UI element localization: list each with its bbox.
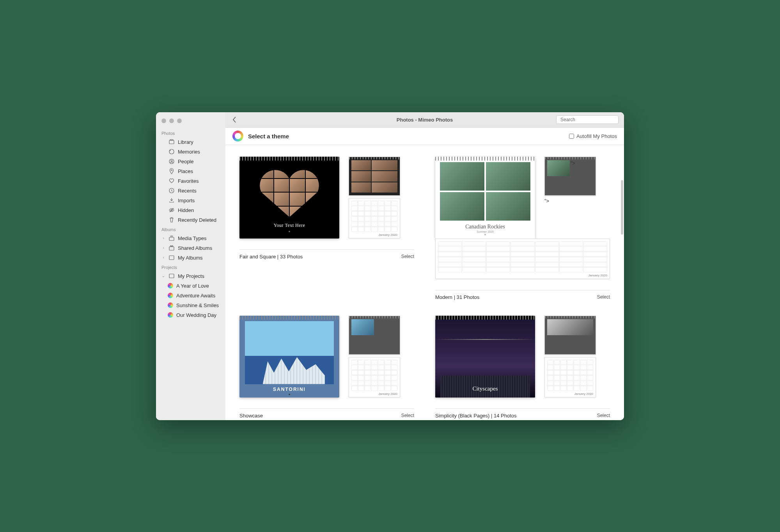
sidebar-item-label: Favorites <box>178 178 199 184</box>
sidebar-project-item[interactable]: Sunshine & Smiles <box>156 300 225 310</box>
sidebar-item-label: Hidden <box>178 207 194 213</box>
preview-month-label: January 2020 <box>589 274 607 277</box>
pin-icon <box>168 168 175 174</box>
app-window: Photos·Library·Memories·People·Places·Fa… <box>156 112 624 420</box>
sidebar-item[interactable]: ·Imports <box>156 196 225 205</box>
svg-rect-1 <box>170 140 173 140</box>
theme-grid: Your Text Here January 2020 Fair and Squ… <box>239 157 610 419</box>
download-tray-icon <box>168 197 175 203</box>
sidebar-item-label: A Year of Love <box>176 283 209 289</box>
sidebar-item[interactable]: ›Media Types <box>156 233 225 243</box>
sidebar-item[interactable]: ›Shared Albums <box>156 243 225 253</box>
theme-cover[interactable]: Canadian Rockies Summer 2020 <box>435 157 535 239</box>
page-dots <box>289 394 290 395</box>
zoom-window-button[interactable] <box>177 118 182 123</box>
svg-rect-0 <box>169 140 174 144</box>
theme-preview-calendar[interactable]: January 2020 <box>544 316 596 398</box>
sidebar-section-title: Photos <box>156 129 225 137</box>
preview-month-label: January 2020 <box>574 392 593 396</box>
calendar-grid-page: January 2020 <box>349 198 400 239</box>
theme-card: Canadian Rockies Summer 2020 ">">"> Janu… <box>435 157 610 300</box>
preview-month-label: January 2020 <box>379 233 397 237</box>
mimeo-logo-icon <box>232 131 243 141</box>
sidebar-item[interactable]: ·People <box>156 157 225 166</box>
page-dots <box>484 234 486 235</box>
calendar-photo-page <box>349 316 400 355</box>
theme-name: Fair and Square | 33 Photos <box>239 254 303 260</box>
theme-name: Simplicity (Black Pages) | 14 Photos <box>435 413 517 419</box>
calendar-grid-page: January 2020 <box>544 357 596 398</box>
trash-icon <box>168 217 175 223</box>
chevron-down-icon[interactable]: ⌄ <box>161 274 165 278</box>
sidebar-project-item[interactable]: Adventure Awaits <box>156 291 225 300</box>
sidebar-item-label: Library <box>178 139 193 145</box>
cover-caption: Your Text Here <box>274 223 305 228</box>
page-dots <box>289 231 290 232</box>
chevron-left-icon <box>232 117 236 123</box>
theme-card: Cityscapes January 2020 Simplicity (Blac… <box>435 316 610 419</box>
spiral-binding-icon <box>545 157 596 159</box>
sidebar-project-item[interactable]: Our Wedding Day <box>156 310 225 320</box>
sidebar-item-label: Recently Deleted <box>178 217 216 223</box>
autofill-checkbox[interactable] <box>569 134 574 139</box>
close-window-button[interactable] <box>161 118 166 123</box>
sidebar-project-item[interactable]: A Year of Love <box>156 281 225 291</box>
person-circle-icon <box>168 158 175 164</box>
sidebar-item-label: Recents <box>178 188 197 194</box>
spiral-binding-icon <box>545 316 596 318</box>
theme-preview-calendar[interactable]: ">">"> <box>544 157 596 204</box>
sidebar-item[interactable]: ·Hidden <box>156 205 225 215</box>
stack-icon <box>168 235 175 241</box>
chevron-right-icon[interactable]: › <box>161 236 165 240</box>
search-field[interactable] <box>556 115 619 124</box>
select-button[interactable]: Select <box>597 413 610 418</box>
sidebar-item[interactable]: ·Recents <box>156 186 225 196</box>
select-button[interactable]: Select <box>401 413 414 418</box>
chevron-right-icon[interactable]: › <box>161 246 165 250</box>
window-controls <box>156 116 225 129</box>
clock-icon <box>168 187 175 194</box>
back-button[interactable] <box>231 116 238 123</box>
spiral-binding-icon <box>239 316 339 320</box>
theme-card: Your Text Here January 2020 Fair and Squ… <box>239 157 414 300</box>
sidebar-item-label: My Albums <box>178 255 203 261</box>
preview-month-label: January 2020 <box>379 392 397 396</box>
calendar-photo-page <box>544 316 596 355</box>
theme-cover[interactable]: Your Text Here <box>239 157 339 239</box>
sidebar-item-label: Our Wedding Day <box>176 312 216 318</box>
sidebar-item[interactable]: ·Memories <box>156 147 225 157</box>
theme-preview-calendar[interactable]: January 2020 <box>349 316 400 398</box>
photo-grid <box>440 162 530 221</box>
select-button[interactable]: Select <box>401 254 414 259</box>
theme-cover[interactable]: SANTORINI <box>239 316 339 398</box>
svg-point-12 <box>172 246 173 247</box>
sidebar-item[interactable]: ·Places <box>156 166 225 176</box>
search-input[interactable] <box>560 117 619 122</box>
heart-icon <box>168 178 175 184</box>
sidebar-item[interactable]: ·Library <box>156 137 225 147</box>
sidebar-item-label: My Projects <box>178 273 204 279</box>
autofill-label: Autofill My Photos <box>576 133 617 139</box>
content-scroll[interactable]: Your Text Here January 2020 Fair and Squ… <box>225 145 624 420</box>
cover-caption: SANTORINI <box>239 387 339 392</box>
heart-collage <box>258 165 321 219</box>
cover-subcaption: Summer 2020 <box>440 230 530 233</box>
project-icon <box>168 302 173 308</box>
sidebar-item[interactable]: ·Recently Deleted <box>156 215 225 225</box>
sidebar-section-title: Albums <box>156 225 225 233</box>
theme-cover[interactable]: Cityscapes <box>435 316 535 398</box>
chevron-right-icon[interactable]: › <box>161 256 165 260</box>
titlebar: Photos - Mimeo Photos <box>225 112 624 128</box>
scrollbar-thumb[interactable] <box>621 180 623 235</box>
autofill-toggle[interactable]: Autofill My Photos <box>569 133 617 139</box>
sidebar-item[interactable]: ⌄My Projects <box>156 271 225 281</box>
select-button[interactable]: Select <box>597 294 610 300</box>
sidebar-item[interactable]: ·Favorites <box>156 176 225 186</box>
sidebar-section-title: Projects <box>156 263 225 271</box>
project-icon <box>168 312 173 318</box>
sidebar-item[interactable]: ›My Albums <box>156 253 225 263</box>
svg-point-11 <box>170 246 172 247</box>
minimize-window-button[interactable] <box>169 118 174 123</box>
spiral-binding-icon <box>435 316 535 320</box>
theme-preview-calendar[interactable]: January 2020 <box>349 157 400 239</box>
